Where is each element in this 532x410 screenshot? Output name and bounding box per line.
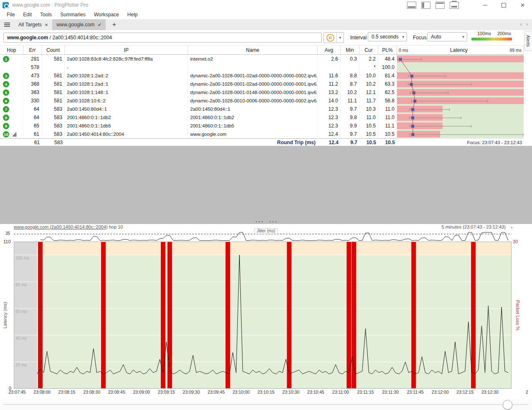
col-header-pl[interactable]: PL% — [378, 46, 397, 55]
alerts-side-tab[interactable]: Alerts — [524, 31, 532, 51]
scale-200ms-label: 200ms — [497, 31, 511, 36]
pause-dropdown-button[interactable]: ▾ — [337, 33, 344, 43]
close-button[interactable]: ✕ — [513, 0, 532, 10]
col-header-latency[interactable]: 0 msLatency99 ms — [397, 46, 524, 55]
layout-left-pane-icon[interactable] — [421, 2, 430, 9]
ip-cell: 2a00:1028:1:148::1 — [65, 88, 188, 97]
ip-cell: 2001:4860:0:1::1db5 — [65, 122, 188, 130]
scrollbar-track[interactable] — [3, 404, 529, 405]
cur-cell: 10.0 — [359, 71, 378, 80]
pl-cell: 11.1 — [378, 122, 397, 130]
col-header-min[interactable]: Min — [341, 46, 359, 55]
minimize-button[interactable] — [476, 0, 494, 10]
count-cell: 583 — [42, 130, 65, 139]
ip-cell: 2001:4860:0:1::1db2 — [65, 113, 188, 122]
packet-loss-bar — [397, 131, 440, 138]
empty-area — [0, 146, 532, 224]
tab-active-label: www.google.com — [56, 22, 94, 28]
cur-cell: 10.5 — [359, 130, 378, 139]
avg-cell: 13.2 — [318, 88, 341, 97]
x-axis-label: 23:07:45 — [8, 390, 25, 395]
col-header-err[interactable]: Err — [23, 46, 42, 55]
horizontal-scrollbar[interactable] — [0, 399, 532, 410]
table-row-hop-5[interactable]: 53635812a00:1028:1:148::1dynamic-2a00-10… — [0, 88, 524, 97]
time-range-chevron-icon[interactable]: ⌄ — [510, 224, 514, 229]
focus-select[interactable]: Auto ▾ — [427, 32, 467, 41]
table-row-hop-9[interactable]: 9655832001:4860:0:1::1db52001:4860:0:1::… — [0, 122, 524, 130]
pl-cell: 10.5 — [378, 130, 397, 139]
menu-summaries[interactable]: Summaries — [56, 12, 90, 18]
min-cell: 9.7 — [341, 105, 359, 114]
layout-full-pane-icon[interactable] — [435, 2, 445, 9]
col-header-count[interactable]: Count — [42, 46, 65, 55]
col-header-cur[interactable]: Cur — [359, 46, 378, 55]
menu-tools[interactable]: Tools — [36, 12, 56, 18]
y-axis-title: Latency (ms) — [3, 242, 8, 389]
tab-www-google-com[interactable]: www.google.com ✔ — [52, 19, 106, 30]
print-icon[interactable] — [450, 2, 459, 9]
interval-select[interactable]: 0.5 seconds ▾ — [368, 32, 407, 41]
menu-workspace[interactable]: Workspace — [90, 12, 123, 18]
pause-icon — [326, 34, 334, 42]
app-icon — [3, 2, 9, 8]
new-tab-button[interactable]: + — [110, 21, 118, 28]
tab-scroll-left-icon[interactable]: ‹ — [520, 21, 522, 27]
summary-label: Round Trip (ms) — [188, 139, 318, 146]
hop-cell: 4 — [0, 80, 23, 89]
avg-cell: 12.3 — [318, 122, 341, 130]
table-row-hop-6[interactable]: 63305812a00:1028:10:6::2dynamic-2a00-102… — [0, 97, 524, 105]
pause-button[interactable] — [324, 33, 337, 43]
hop-cell — [0, 63, 23, 72]
count-cell: 581 — [42, 80, 65, 89]
tab-scroll-right-icon[interactable]: › — [526, 21, 528, 27]
scale-100ms-label: 100ms — [477, 31, 491, 36]
err-cell: 65 — [23, 122, 42, 130]
menu-bar: FileEditToolsSummariesWorkspaceHelp — [0, 10, 532, 19]
tab-close-icon[interactable]: ✕ — [45, 23, 48, 27]
err-cell: 330 — [23, 97, 42, 105]
hop-cell: 7 — [0, 105, 23, 114]
y-gridline-label: 100 ms — [15, 256, 29, 260]
target-host: www.google.com — [7, 35, 48, 41]
cur-cell: * — [359, 63, 378, 72]
time-range-selector[interactable]: 5 minutes (23:07:43 - 23:12:43) — [442, 224, 506, 229]
pl-cell: 11.0 — [378, 105, 397, 114]
table-row-hop-8[interactable]: 8645832001:4860:0:1::1db22001:4860:0:1::… — [0, 113, 524, 122]
name-cell: 2001:4860:0:1::1db5 — [188, 122, 318, 130]
maximize-button[interactable] — [494, 0, 513, 10]
latency-color-scale: 100ms 200ms — [471, 31, 513, 43]
col-header-ip[interactable]: IP — [65, 46, 188, 55]
x-axis-label: 23:10:45 — [307, 390, 324, 395]
table-row-hop-3[interactable]: 34735812a00:1028:1:2ad::2dynamic-2a00-10… — [0, 71, 524, 80]
table-row-hop-2[interactable]: 578-*100.0 — [0, 63, 524, 71]
timeline-target-label[interactable]: www.google.com (2a00:1450:4014:80c::2004… — [14, 224, 123, 229]
x-axis-labels: 23:07:4523:08:0023:08:1523:08:3023:08:45… — [0, 390, 532, 395]
count-cell: 581 — [42, 97, 65, 105]
table-row-hop-4[interactable]: 43685812a00:1028:1:2ad::1dynamic-2a00-10… — [0, 80, 524, 88]
target-input[interactable]: www.google.com / 2a00:1450:4014:80c::200… — [3, 33, 322, 43]
menu-help[interactable]: Help — [123, 12, 142, 18]
table-row-hop-7[interactable]: 7645832a00:1450:80d4::12a00:1450:80d4::1… — [0, 105, 524, 113]
latency-timeline-chart[interactable] — [0, 242, 532, 389]
hop-number-badge: 7 — [3, 106, 9, 112]
table-row-hop-1[interactable]: 12815812a00:1028:83c8:4fc2:828c:97ff:fed… — [0, 55, 524, 63]
target-ip: / 2a00:1450:4014:80c::2004 — [48, 35, 112, 41]
col-header-hop[interactable]: Hop — [0, 46, 23, 55]
layout-bottom-pane-icon[interactable] — [407, 2, 416, 9]
pane-splitter[interactable] — [0, 220, 532, 223]
col-header-name[interactable]: Name — [188, 46, 318, 55]
table-row-hop-10[interactable]: 10615832a00:1450:4014:80c::2004www.googl… — [0, 130, 524, 138]
scrollbar-thumb[interactable] — [503, 400, 512, 410]
tab-all-targets[interactable]: All Targets ✕ — [14, 19, 52, 30]
min-cell — [341, 63, 359, 72]
col-header-avg[interactable]: Avg — [318, 46, 341, 55]
menu-edit[interactable]: Edit — [19, 12, 36, 18]
targets-list-icon[interactable] — [4, 23, 10, 27]
y-gridline-label: 80 ms — [15, 283, 27, 287]
pl-cell: 48.4 — [378, 55, 397, 64]
latency-mini-graph — [397, 80, 524, 89]
x-axis-label: 23:11:15 — [357, 390, 374, 395]
chevron-down-icon: ▾ — [462, 35, 464, 39]
menu-file[interactable]: File — [3, 12, 19, 18]
hop-number-badge: 8 — [3, 115, 9, 121]
